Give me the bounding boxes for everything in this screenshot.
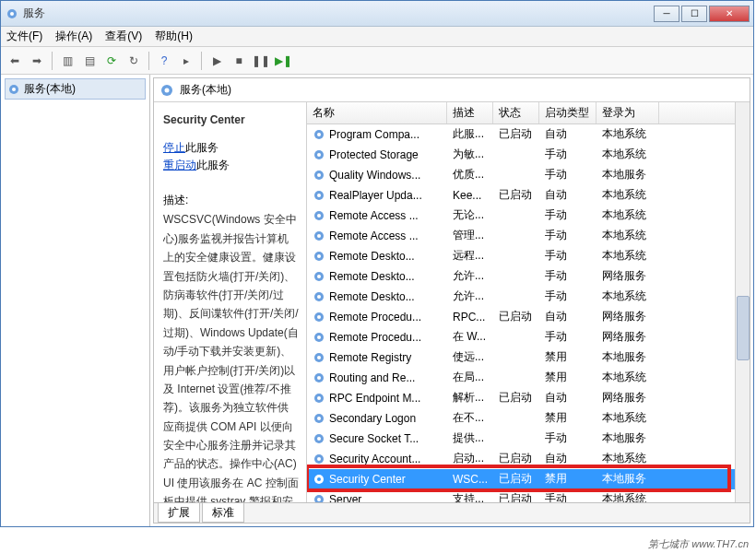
service-name: Secondary Logon	[329, 412, 416, 425]
pause-service-button[interactable]: ❚❚	[251, 51, 271, 71]
stop-service-link[interactable]: 停止	[163, 141, 185, 154]
service-start: 禁用	[539, 410, 597, 426]
services-icon	[5, 6, 19, 21]
right-header: 服务(本地)	[154, 78, 750, 102]
tab-standard[interactable]: 标准	[202, 503, 244, 523]
column-startup-type[interactable]: 启动类型	[539, 102, 597, 124]
service-start: 手动	[539, 288, 597, 304]
service-row[interactable]: Remote Procedu...在 W...手动网络服务	[307, 327, 750, 347]
minimize-button[interactable]: ─	[654, 6, 679, 22]
gear-icon	[7, 83, 20, 96]
service-row[interactable]: Security Account...启动...已启动自动本地系统	[307, 449, 750, 469]
tree-node-services-local[interactable]: 服务(本地)	[5, 78, 146, 100]
service-row[interactable]: Remote Access ...无论...手动本地系统	[307, 206, 750, 226]
service-desc: Kee...	[447, 189, 493, 202]
service-logon: 本地服务	[597, 167, 659, 182]
service-status: 已启动	[493, 126, 539, 142]
service-row[interactable]: Protected Storage为敏...手动本地系统	[307, 145, 750, 165]
restart-service-button[interactable]: ▶❚	[273, 51, 293, 71]
titlebar[interactable]: 服务 ─ ☐ ✕	[1, 1, 753, 27]
service-row[interactable]: Remote Access ...管理...手动本地系统	[307, 226, 750, 246]
gear-icon	[313, 493, 325, 503]
service-desc: 管理...	[447, 228, 493, 243]
forward-button[interactable]: ➡	[27, 51, 47, 71]
service-row[interactable]: RPC Endpoint M...解析...已启动自动网络服务	[307, 388, 750, 408]
tab-extended[interactable]: 扩展	[158, 503, 200, 523]
service-start: 手动	[539, 268, 597, 284]
vertical-scrollbar[interactable]	[735, 102, 750, 502]
service-name: Routing and Re...	[329, 371, 415, 384]
service-row[interactable]: Remote Registry使远...禁用本地服务	[307, 347, 750, 368]
gear-icon	[313, 412, 325, 425]
maximize-button[interactable]: ☐	[681, 6, 707, 22]
gear-icon	[313, 331, 325, 344]
column-name[interactable]: 名称	[307, 102, 447, 124]
export-button[interactable]: ⟳	[101, 51, 122, 71]
service-row[interactable]: Remote Deskto...允许...手动网络服务	[307, 266, 750, 287]
service-desc: 启动...	[447, 451, 493, 466]
service-desc: 解析...	[447, 390, 493, 406]
properties-button[interactable]: ▤	[79, 51, 100, 71]
refresh-button[interactable]: ↻	[124, 51, 144, 71]
view-tabs: 扩展 标准	[154, 502, 750, 523]
gear-icon	[159, 83, 174, 98]
service-row[interactable]: Server支持...已启动手动本地系统	[307, 489, 750, 502]
service-row[interactable]: Quality Windows...优质...手动本地服务	[307, 165, 750, 185]
service-row[interactable]: Remote Deskto...允许...手动本地系统	[307, 287, 750, 307]
restart-service-link[interactable]: 重启动	[163, 159, 196, 171]
service-name: Remote Access ...	[329, 229, 419, 242]
gear-icon	[313, 290, 325, 303]
column-header-row: 名称 描述 状态 启动类型 登录为	[307, 102, 750, 124]
service-row[interactable]: Secure Socket T...提供...手动本地服务	[307, 429, 750, 449]
gear-icon	[313, 371, 325, 384]
scrollbar-thumb[interactable]	[737, 296, 750, 360]
svg-point-11	[317, 173, 321, 177]
gear-icon	[313, 453, 325, 465]
service-start: 自动	[539, 309, 597, 324]
svg-point-39	[317, 457, 321, 461]
menu-help[interactable]: 帮助(H)	[155, 29, 193, 44]
column-logon-as[interactable]: 登录为	[597, 102, 659, 124]
svg-point-17	[317, 234, 321, 238]
stop-service-button[interactable]: ■	[229, 51, 249, 71]
service-row[interactable]: Routing and Re...在局...禁用本地系统	[307, 368, 750, 388]
svg-point-29	[317, 356, 321, 359]
column-description[interactable]: 描述	[447, 102, 493, 124]
help2-button[interactable]: ▸	[176, 51, 196, 71]
svg-point-13	[317, 194, 321, 197]
service-logon: 本地系统	[597, 370, 659, 385]
service-row[interactable]: Remote Procedu...RPC...已启动自动网络服务	[307, 307, 750, 327]
help-button[interactable]: ?	[154, 51, 174, 71]
service-row[interactable]: RealPlayer Upda...Kee...已启动自动本地系统	[307, 185, 750, 206]
service-status: 已启动	[493, 309, 539, 324]
service-name: Remote Deskto...	[329, 250, 415, 263]
column-status[interactable]: 状态	[493, 102, 539, 124]
back-button[interactable]: ⬅	[5, 51, 25, 71]
service-start: 自动	[539, 451, 597, 466]
show-hide-tree-button[interactable]: ▥	[57, 51, 77, 71]
service-logon: 本地系统	[597, 147, 659, 162]
menu-view[interactable]: 查看(V)	[105, 29, 142, 44]
service-row[interactable]: Remote Deskto...远程...手动本地系统	[307, 246, 750, 266]
service-status: 已启动	[493, 451, 539, 466]
svg-point-33	[317, 396, 321, 400]
menu-file[interactable]: 文件(F)	[6, 29, 42, 44]
service-row[interactable]: Secondary Logon在不...禁用本地系统	[307, 408, 750, 429]
service-logon: 网络服务	[597, 329, 659, 345]
service-start: 自动	[539, 187, 597, 203]
service-start: 自动	[539, 126, 597, 142]
service-row[interactable]: Security CenterWSC...已启动禁用本地服务	[307, 469, 750, 489]
service-name: Security Center	[329, 473, 406, 486]
tree-node-label: 服务(本地)	[24, 81, 76, 97]
service-logon: 本地系统	[597, 410, 659, 426]
service-logon: 本地服务	[597, 471, 659, 487]
close-button[interactable]: ✕	[709, 6, 750, 22]
service-name: Server	[329, 493, 361, 503]
service-start: 手动	[539, 430, 597, 446]
service-rows[interactable]: Program Compa...此服...已启动自动本地系统Protected …	[307, 124, 750, 502]
service-row[interactable]: Program Compa...此服...已启动自动本地系统	[307, 124, 750, 145]
start-service-button[interactable]: ▶	[207, 51, 227, 71]
description-label: 描述:	[163, 193, 299, 208]
menu-action[interactable]: 操作(A)	[55, 29, 92, 44]
service-desc: 在局...	[447, 370, 493, 385]
